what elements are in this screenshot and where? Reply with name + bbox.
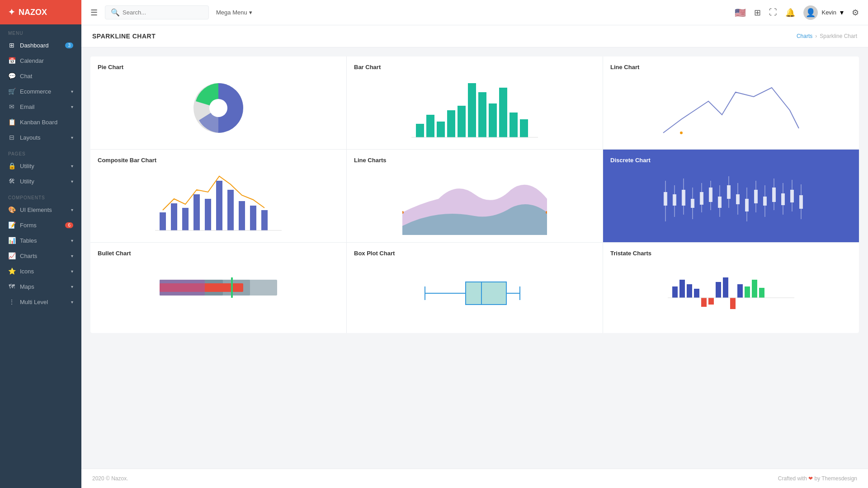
svg-rect-65 [231,277,233,298]
svg-rect-43 [727,185,731,199]
chevron-down-icon: ▾ [71,179,73,184]
avatar: 👤 [803,5,818,20]
svg-rect-17 [182,208,189,230]
sidebar-label: Ecommerce [20,88,51,95]
svg-rect-24 [261,210,268,230]
bar-chart-svg [411,74,538,142]
search-icon: 🔍 [111,8,120,17]
sidebar-item-icons[interactable]: ⭐ Icons ▾ [0,263,81,279]
user-info[interactable]: 👤 Kevin ▾ [803,5,844,20]
apps-icon[interactable]: ⊞ [754,8,761,18]
breadcrumb-parent[interactable]: Charts [797,33,812,39]
composite-bar-chart-area [98,167,339,235]
header: ☰ 🔍 Mega Menu ▾ 🇺🇸 ⊞ ⛶ 🔔 👤 Kevin ▾ ⚙ [81,0,868,25]
mega-menu-chevron: ▾ [249,9,252,16]
svg-rect-31 [673,194,676,206]
svg-rect-11 [509,113,518,137]
sidebar-item-dashboard[interactable]: ⊞ Dashboard 3 [0,38,81,53]
tables-icon: 📊 [8,237,15,244]
svg-rect-55 [781,193,785,205]
sidebar-item-layouts[interactable]: ⊟ Layouts ▾ [0,130,81,145]
chevron-down-icon: ▾ [71,300,73,305]
line-chart-card: Line Chart [603,56,859,149]
search-input[interactable] [123,9,203,16]
svg-rect-9 [489,103,497,137]
sidebar-label: Charts [20,253,37,259]
logo[interactable]: ✦ NAZOX [0,0,81,24]
page-title: SPARKLINE CHART [92,33,156,40]
boxplot-chart-svg [411,271,538,316]
sidebar-item-forms[interactable]: 📝 Forms 6 [0,217,81,233]
sidebar-label: Layouts [20,134,41,141]
sidebar-label: Forms [20,222,37,229]
maps-icon: 🗺 [8,283,15,290]
svg-rect-75 [701,298,707,307]
sidebar-item-email[interactable]: ✉ Email ▾ [0,99,81,114]
sidebar-item-kanban[interactable]: 📋 Kanban Board [0,114,81,130]
svg-rect-81 [745,286,750,298]
line-chart-svg [659,74,803,142]
sidebar-item-utility[interactable]: 🛠 Utility ▾ [0,174,81,189]
svg-rect-77 [716,282,721,298]
charts-icon: 📈 [8,252,15,259]
svg-rect-3 [426,115,434,137]
svg-point-14 [680,131,683,134]
chevron-down-icon: ▾ [71,207,73,212]
boxplot-chart-title: Box Plot Chart [354,250,595,257]
forms-badge: 6 [65,222,73,228]
sidebar-item-charts[interactable]: 📈 Charts ▾ [0,248,81,263]
sidebar-item-ui-elements[interactable]: 🎨 UI Elements ▾ [0,202,81,217]
svg-rect-22 [239,201,245,230]
composite-bar-chart-svg [155,167,282,235]
bar-chart-card: Bar Chart [347,56,603,149]
sidebar-label: Multi Level [20,299,48,305]
sidebar-label: Email [20,103,35,110]
sidebar-label: Chat [20,73,32,80]
bullet-chart-svg [155,271,282,316]
sidebar-item-multilevel[interactable]: ⋮ Multi Level ▾ [0,294,81,310]
line-chart-area [610,74,852,142]
svg-rect-64 [160,280,205,296]
sidebar-item-tables[interactable]: 📊 Tables ▾ [0,233,81,248]
svg-rect-47 [745,199,749,211]
sidebar-item-calendar[interactable]: 📅 Calendar [0,53,81,68]
mega-menu-button[interactable]: Mega Menu ▾ [216,9,252,16]
sidebar-label: Tables [20,237,37,244]
chevron-down-icon: ▾ [71,238,73,243]
svg-rect-41 [718,197,722,208]
svg-rect-20 [216,181,222,230]
bullet-chart-title: Bullet Chart [98,250,339,257]
pie-chart-area [98,74,339,142]
sidebar-item-ecommerce[interactable]: 🛒 Ecommerce ▾ [0,84,81,99]
sidebar-item-chat[interactable]: 💬 Chat [0,68,81,84]
svg-rect-72 [679,280,685,298]
search-box[interactable]: 🔍 [105,5,209,19]
user-name: Kevin [821,9,836,16]
discrete-chart-card: Discrete Chart [603,150,859,242]
chevron-down-icon: ▾ [71,284,73,289]
settings-icon[interactable]: ⚙ [852,8,859,18]
notification-icon[interactable]: 🔔 [785,8,795,18]
flag-icon[interactable]: 🇺🇸 [735,7,746,18]
svg-rect-83 [759,288,764,298]
svg-point-1 [209,99,227,117]
chevron-down-icon: ▾ [71,104,73,109]
fullscreen-icon[interactable]: ⛶ [769,8,777,17]
chevron-down-icon: ▾ [71,135,73,140]
sidebar-item-maps[interactable]: 🗺 Maps ▾ [0,279,81,294]
composite-bar-chart-card: Composite Bar Chart [90,150,346,242]
ui-icon: 🎨 [8,206,15,213]
svg-rect-7 [468,83,476,137]
line-chart-title: Line Chart [610,64,852,70]
kanban-icon: 📋 [8,118,15,126]
svg-rect-69 [466,282,506,305]
svg-rect-4 [437,122,445,137]
svg-rect-71 [672,286,678,298]
line-charts-card: Line Charts [347,150,603,242]
sidebar-item-authentication[interactable]: 🔒 Utility ▾ [0,158,81,174]
calendar-icon: 📅 [8,57,15,64]
pie-chart-svg [182,76,255,140]
sidebar-label: Kanban Board [20,119,57,126]
hamburger-icon[interactable]: ☰ [90,8,98,18]
svg-rect-5 [447,110,455,137]
